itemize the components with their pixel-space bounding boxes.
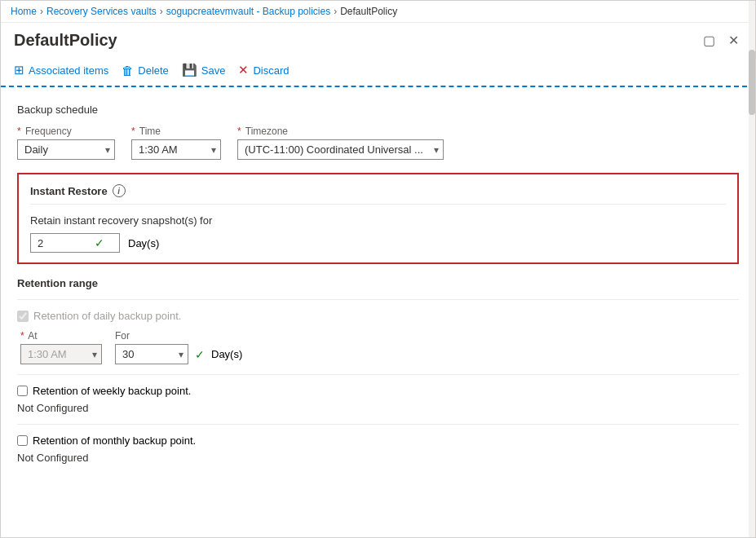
panel-controls: ▢ ✕ bbox=[700, 31, 742, 50]
discard-icon: ✕ bbox=[238, 63, 249, 77]
delete-label: Delete bbox=[138, 64, 169, 77]
restore-button[interactable]: ▢ bbox=[700, 31, 718, 50]
save-label: Save bbox=[201, 64, 226, 77]
breadcrumb-sep-2: › bbox=[160, 6, 163, 17]
retention-range-section: Retention range Retention of daily backu… bbox=[17, 277, 739, 464]
at-group: * At 1:30 AM bbox=[20, 330, 102, 364]
breadcrumb-home[interactable]: Home bbox=[11, 6, 37, 17]
frequency-select-wrapper: Daily Weekly bbox=[17, 139, 115, 160]
monthly-checkbox[interactable] bbox=[17, 435, 28, 446]
instant-restore-title: Instant Restore bbox=[30, 185, 108, 197]
timezone-required: * bbox=[237, 126, 241, 137]
divider-2 bbox=[17, 374, 739, 375]
delete-button[interactable]: 🗑 Delete bbox=[118, 60, 179, 81]
instant-restore-info-icon[interactable]: i bbox=[113, 184, 126, 197]
frequency-group: * Frequency Daily Weekly bbox=[17, 126, 115, 160]
time-label: * Time bbox=[131, 126, 221, 137]
days-check-icon: ✓ bbox=[95, 236, 104, 249]
monthly-checkbox-label: Retention of monthly backup point. bbox=[33, 434, 196, 447]
for-check-icon: ✓ bbox=[195, 348, 205, 361]
timezone-label: * Timezone bbox=[237, 126, 444, 137]
breadcrumb-vaults[interactable]: Recovery Services vaults bbox=[46, 6, 157, 17]
breadcrumb-current: DefaultPolicy bbox=[340, 6, 397, 17]
frequency-label: * Frequency bbox=[17, 126, 115, 137]
retention-range-title: Retention range bbox=[17, 277, 739, 289]
monthly-not-configured: Not Configured bbox=[17, 452, 739, 464]
daily-checkbox[interactable] bbox=[17, 311, 29, 322]
days-input-wrapper: ✓ bbox=[30, 233, 120, 253]
at-select-wrapper: 1:30 AM bbox=[20, 344, 102, 364]
content-area: Backup schedule * Frequency Daily Weekly bbox=[1, 87, 755, 537]
snapshot-row: ✓ Day(s) bbox=[30, 233, 726, 253]
instant-restore-box: Instant Restore i Retain instant recover… bbox=[17, 173, 739, 264]
time-select[interactable]: 1:30 AM bbox=[131, 139, 221, 160]
breadcrumb: Home › Recovery Services vaults › sogupc… bbox=[1, 1, 755, 23]
instant-restore-header: Instant Restore i bbox=[30, 184, 726, 205]
for-select-wrapper: 30 60 90 bbox=[115, 344, 188, 364]
daily-checkbox-row: Retention of daily backup point. bbox=[17, 310, 739, 322]
at-select[interactable]: 1:30 AM bbox=[20, 344, 102, 364]
time-required: * bbox=[131, 126, 135, 137]
at-label: * At bbox=[20, 330, 102, 342]
scrollbar-thumb[interactable] bbox=[749, 50, 755, 115]
frequency-required: * bbox=[17, 126, 21, 137]
breadcrumb-sep-3: › bbox=[334, 6, 337, 17]
for-days-label: Day(s) bbox=[211, 348, 242, 360]
associated-items-button[interactable]: ⊞ Associated items bbox=[14, 60, 118, 81]
weekly-checkbox[interactable] bbox=[17, 386, 28, 396]
days-input[interactable] bbox=[38, 237, 95, 249]
weekly-not-configured: Not Configured bbox=[17, 402, 739, 414]
toolbar: ⊞ Associated items 🗑 Delete 💾 Save ✕ Dis… bbox=[1, 55, 755, 87]
delete-icon: 🗑 bbox=[122, 64, 134, 77]
for-label: For bbox=[115, 330, 242, 342]
timezone-select-wrapper: (UTC-11:00) Coordinated Universal ... bbox=[237, 139, 444, 160]
at-for-row: * At 1:30 AM For bbox=[17, 330, 739, 364]
for-select[interactable]: 30 60 90 bbox=[115, 344, 188, 364]
discard-label: Discard bbox=[253, 64, 289, 77]
for-group: For 30 60 90 ✓ Day(s) bbox=[115, 330, 242, 364]
panel-header: DefaultPolicy ▢ ✕ bbox=[1, 23, 755, 55]
discard-button[interactable]: ✕ Discard bbox=[235, 60, 298, 81]
backup-schedule-label: Backup schedule bbox=[17, 104, 739, 116]
divider-1 bbox=[17, 299, 739, 300]
snapshot-label: Retain instant recovery snapshot(s) for bbox=[30, 214, 726, 227]
divider-3 bbox=[17, 424, 739, 425]
main-panel: Home › Recovery Services vaults › sogupc… bbox=[0, 0, 756, 538]
daily-checkbox-label: Retention of daily backup point. bbox=[33, 310, 181, 322]
page-title: DefaultPolicy bbox=[14, 31, 117, 50]
timezone-group: * Timezone (UTC-11:00) Coordinated Unive… bbox=[237, 126, 444, 160]
grid-icon: ⊞ bbox=[14, 63, 24, 77]
weekly-checkbox-label: Retention of weekly backup point. bbox=[33, 385, 191, 397]
timezone-select[interactable]: (UTC-11:00) Coordinated Universal ... bbox=[237, 139, 444, 160]
days-label: Day(s) bbox=[128, 237, 159, 249]
at-required: * bbox=[20, 330, 24, 342]
scrollbar-track[interactable] bbox=[749, 1, 755, 537]
close-button[interactable]: ✕ bbox=[725, 31, 742, 50]
time-select-wrapper: 1:30 AM bbox=[131, 139, 221, 160]
associated-items-label: Associated items bbox=[29, 64, 108, 77]
save-icon: 💾 bbox=[182, 63, 197, 77]
weekly-checkbox-row: Retention of weekly backup point. bbox=[17, 385, 739, 397]
monthly-checkbox-row: Retention of monthly backup point. bbox=[17, 434, 739, 447]
frequency-select[interactable]: Daily Weekly bbox=[17, 139, 115, 160]
backup-schedule-row: * Frequency Daily Weekly * Time bbox=[17, 126, 739, 160]
breadcrumb-sep-1: › bbox=[40, 6, 43, 17]
breadcrumb-policies[interactable]: sogupcreatevmvault - Backup policies bbox=[166, 6, 330, 17]
time-group: * Time 1:30 AM bbox=[131, 126, 221, 160]
save-button[interactable]: 💾 Save bbox=[179, 60, 236, 81]
